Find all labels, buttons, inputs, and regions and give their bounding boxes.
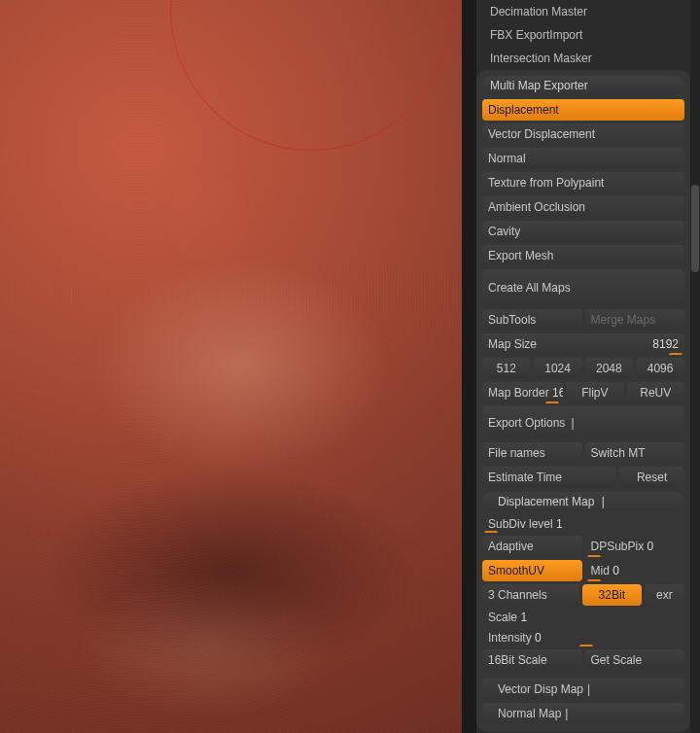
scale-value: 1 [520,611,527,624]
scale-slider[interactable]: Scale 1 [482,609,684,626]
exr-toggle[interactable]: exr [645,584,684,606]
multi-map-exporter-panel: Multi Map Exporter Displacement Vector D… [476,70,690,732]
file-names-button[interactable]: File names [482,442,582,464]
plugin-decimation-master[interactable]: Decimation Master [490,0,690,23]
get-scale-button[interactable]: Get Scale [585,649,685,671]
zplugin-panel: Decimation Master FBX ExportImport Inter… [476,0,700,733]
map-displacement-toggle[interactable]: Displacement [482,99,684,121]
bit32-toggle[interactable]: 32Bit [582,584,642,606]
normal-map-header[interactable]: Normal Map | [482,703,684,724]
intensity-slider[interactable]: Intensity 0 [482,629,684,646]
dpsubpix-value: 0 [648,540,654,553]
subdiv-level-label: SubDiv level [488,517,553,531]
create-all-maps-button[interactable]: Create All Maps [482,269,684,306]
map-texture-polypaint-toggle[interactable]: Texture from Polypaint [482,172,684,193]
map-size-label: Map Size [488,337,537,351]
map-size-value: 8192 [652,337,679,351]
map-size-preset-1024[interactable]: 1024 [534,358,582,379]
map-vector-displacement-toggle[interactable]: Vector Displacement [482,123,684,145]
map-size-preset-2048[interactable]: 2048 [585,358,634,379]
export-mesh-toggle[interactable]: Export Mesh [482,245,684,266]
brush-cursor [170,0,452,151]
displacement-map-label: Displacement Map [498,495,594,508]
plugin-fbx-exportimport[interactable]: FBX ExportImport [490,23,690,47]
multi-map-exporter-header[interactable]: Multi Map Exporter [482,76,684,95]
map-size-preset-512[interactable]: 512 [482,358,531,379]
vector-disp-map-header[interactable]: Vector Disp Map | [482,679,684,700]
dpsubpix-slider[interactable]: DPSubPix 0 [585,536,685,557]
mid-slider[interactable]: Mid 0 [585,560,685,581]
displacement-map-header[interactable]: Displacement Map | [482,492,684,511]
pipe-icon: | [587,682,590,696]
panel-scrollbar-track[interactable] [690,0,700,733]
merge-maps-button[interactable]: Merge Maps [585,309,685,331]
export-options-label: Export Options [488,416,565,430]
estimate-time-button[interactable]: Estimate Time [482,467,616,488]
intensity-label: Intensity [488,631,532,645]
subdiv-level-slider[interactable]: SubDiv level 1 [482,515,684,533]
three-channels-toggle[interactable]: 3 Channels [482,584,579,606]
subtools-button[interactable]: SubTools [482,309,582,331]
pipe-icon: | [565,707,568,720]
switch-mt-button[interactable]: Switch MT [585,442,685,464]
dpsubpix-label: DPSubPix [591,540,645,553]
subdiv-level-value: 1 [556,517,563,531]
map-border-label: Map Border [488,386,549,400]
map-ambient-occlusion-toggle[interactable]: Ambient Occlusion [482,196,684,218]
mid-label: Mid [591,564,610,577]
sculpt-viewport[interactable] [0,0,462,733]
panel-scrollbar-thumb[interactable] [691,185,699,272]
intensity-value: 0 [535,631,542,645]
adaptive-toggle[interactable]: Adaptive [482,536,582,557]
scale-label: Scale [488,611,517,624]
reuv-toggle[interactable]: ReUV [627,382,684,403]
map-cavity-toggle[interactable]: Cavity [482,221,684,242]
map-size-preset-4096[interactable]: 4096 [636,358,684,379]
pipe-icon: | [602,495,605,508]
bit16-scale-button[interactable]: 16Bit Scale [482,649,582,671]
flipv-toggle[interactable]: FlipV [566,382,623,403]
map-border-value: 16 [552,386,563,400]
map-normal-toggle[interactable]: Normal [482,148,684,169]
export-options-button[interactable]: Export Options | [482,406,684,439]
map-border-slider[interactable]: Map Border 16 [482,382,563,403]
vector-disp-map-label: Vector Disp Map [498,682,583,696]
map-size-slider[interactable]: Map Size 8192 [482,333,684,355]
normal-map-label: Normal Map [498,707,561,720]
mid-value: 0 [612,564,619,577]
smoothuv-toggle[interactable]: SmoothUV [482,560,582,581]
plugin-intersection-masker[interactable]: Intersection Masker [490,47,690,70]
reset-button[interactable]: Reset [619,467,684,488]
